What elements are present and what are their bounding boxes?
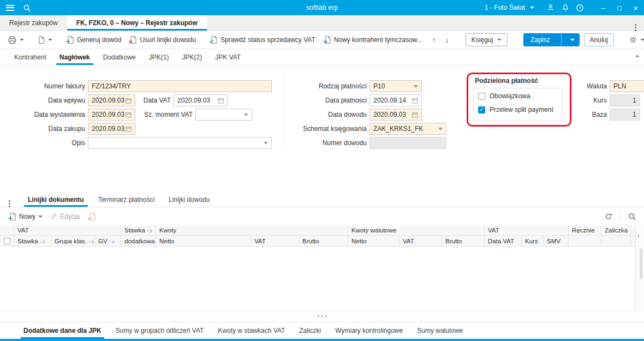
maximize-button[interactable]: □ [611, 0, 628, 15]
tab-active-document[interactable]: FK, FZKO, 0 – Nowy – Rejestr zakupów [67, 15, 207, 31]
tab-jpk-vat[interactable]: JPK VAT [208, 49, 247, 65]
column-group-kwoty[interactable]: Kwoty [156, 225, 348, 236]
new-line-button[interactable]: Nowy [5, 210, 45, 223]
vertical-scrollbar[interactable] [640, 248, 642, 279]
column-netto[interactable]: Netto [156, 236, 251, 247]
delete-document-lines-button[interactable]: Usuń linijki dowodu [126, 33, 199, 46]
new-line-label: Nowy [19, 213, 35, 220]
refresh-lines-button[interactable] [601, 210, 616, 223]
schemat-ksiegowania-select[interactable]: ZAK_KRKS1_FK [369, 123, 446, 135]
user-icon[interactable] [543, 4, 558, 11]
column-stawka-dodatkowa-top[interactable]: Stawka ↓5 [121, 225, 156, 236]
column-netto-walutowe[interactable]: Netto [348, 236, 399, 247]
rodzaj-platnosci-label: Rodzaj płatności [289, 80, 367, 92]
new-temp-contractor-button[interactable]: Nowy kontrahent tymczasow... [320, 33, 425, 46]
tab-sumy-w-grupach[interactable]: Sumy w grupach odliczeń VAT [109, 322, 211, 339]
column-group-vat[interactable]: VAT [14, 225, 121, 236]
opis-label: Opis [4, 137, 85, 149]
company-context-selector[interactable]: 1 - Foto Świat [485, 4, 534, 11]
save-button[interactable]: Zapisz [523, 33, 579, 46]
przelew-split-payment-checkbox[interactable]: Przelew split payment [478, 106, 553, 113]
data-platnosci-input[interactable]: 2020.09.14 [369, 94, 422, 106]
tab-sumy-walutowe[interactable]: Sumy walutowe [410, 322, 470, 339]
data-wplywu-input[interactable]: 2020.09.03 [88, 94, 135, 106]
numer-faktury-value: FZ/1234/TRY [92, 82, 131, 90]
chevron-down-icon [38, 216, 43, 218]
collapse-panel-icon[interactable]: ‹ [637, 232, 640, 239]
obowiazkowa-checkbox[interactable]: Obowiązkowa [478, 92, 530, 100]
column-stawka[interactable]: Stawka ↓2 [14, 236, 51, 247]
printer-icon [8, 35, 17, 45]
column-group-vat2[interactable]: VAT [485, 225, 569, 236]
settings-button[interactable] [626, 33, 644, 46]
bell-icon[interactable] [558, 4, 573, 11]
tab-linijki-dokumentu[interactable]: Linijki dokumentu [21, 192, 91, 207]
hamburger-menu-icon[interactable] [6, 5, 14, 11]
tab-wymiary-kontrolingowe[interactable]: Wymiary kontrolingowe [328, 322, 410, 339]
search-icon[interactable] [23, 4, 31, 12]
search-lines-button[interactable] [625, 210, 639, 223]
numer-faktury-input[interactable]: FZ/1234/TRY [88, 80, 272, 92]
tab-dodatkowe[interactable]: Dodatkowe [97, 49, 142, 65]
scroll-up-icon[interactable] [635, 55, 640, 57]
data-platnosci-value: 2020.09.14 [373, 97, 406, 104]
check-vat-status-button[interactable]: Sprawdź status sprzedawcy VAT [206, 33, 318, 46]
generate-document-button[interactable]: Generuj dowód [63, 33, 124, 46]
column-kurs[interactable]: Kurs [522, 236, 544, 247]
column-brutto-walutowe[interactable]: Brutto [442, 236, 485, 247]
splitter-handle[interactable] [0, 315, 644, 317]
column-data-vat[interactable]: Data VAT [485, 236, 522, 247]
select-all-cell[interactable] [0, 236, 14, 247]
post-label: Księguj [472, 36, 493, 44]
more-options-icon[interactable] [635, 20, 636, 27]
close-button[interactable]: × [628, 0, 644, 15]
column-zaliczka[interactable]: Zaliczka [601, 225, 631, 236]
column-vat[interactable]: VAT [251, 236, 299, 247]
delete-document-lines-label: Usuń linijki dowodu [140, 36, 196, 44]
data-wystawienia-input[interactable]: 2020.09.03 [88, 109, 135, 121]
select-all-checkbox[interactable] [4, 238, 10, 244]
tab-terminarz-platnosci[interactable]: Terminarz płatności [91, 192, 162, 207]
column-group-kwoty-walutowe[interactable]: Kwoty walutowe [348, 225, 485, 236]
column-grupa-klas[interactable]: Grupa klas. ↓3 [51, 236, 95, 247]
column-smv[interactable]: SMV [544, 236, 569, 247]
tab-jpk1[interactable]: JPK(1) [142, 49, 176, 65]
opis-select[interactable] [88, 137, 272, 149]
tab-kwoty-w-stawkach[interactable]: Kwoty w stawkach VAT [211, 322, 292, 339]
move-up-button[interactable]: ↑ [428, 35, 440, 44]
data-zakupu-value: 2020.09.03 [92, 125, 124, 133]
minimize-button[interactable]: – [595, 0, 611, 15]
header-form: Numer faktury FZ/1234/TRY Data wpływu 20… [0, 65, 644, 192]
data-platnosci-label: Data płatności [289, 94, 367, 106]
data-vat-input[interactable]: 2020.09.03 [174, 94, 228, 106]
help-icon[interactable]: ? [573, 4, 587, 12]
post-button[interactable]: Księguj [466, 33, 508, 46]
column-vat-walutowe[interactable]: VAT [399, 236, 442, 247]
kurs-input: 1 [610, 94, 640, 106]
column-gv[interactable]: GV ↓4 [95, 236, 121, 247]
tab-naglowek[interactable]: Nagłówek [53, 49, 97, 65]
panel-menu-icon[interactable] [9, 196, 10, 203]
tab-dodatkowe-dane-jpk[interactable]: Dodatkowe dane dla JPK [16, 322, 109, 339]
column-recznie[interactable]: Ręcznie [569, 225, 601, 236]
delete-line-icon [87, 212, 96, 221]
tab-linijki-dowodu[interactable]: Linijki dowodu [162, 192, 217, 207]
chevron-down-icon [438, 128, 443, 130]
tab-jpk2[interactable]: JPK(2) [175, 49, 208, 65]
tab-rejestr-zakupow[interactable]: Rejestr zakupów [0, 15, 67, 31]
move-down-button[interactable]: ↓ [442, 35, 453, 44]
print-button[interactable] [5, 33, 27, 47]
lines-grid-body[interactable] [0, 247, 635, 312]
waluta-select[interactable]: PLN [610, 80, 644, 92]
sz-moment-vat-select[interactable] [195, 109, 252, 121]
cancel-button[interactable]: Anuluj [584, 33, 614, 46]
data-zakupu-input[interactable]: 2020.09.03 [88, 123, 135, 135]
rodzaj-platnosci-value: P10 [373, 82, 385, 90]
data-dowodu-input[interactable]: 2020.09.03 [369, 109, 422, 121]
tab-kontrahent[interactable]: Kontrahent [8, 49, 53, 65]
rodzaj-platnosci-select[interactable]: P10 [369, 80, 422, 92]
tab-zaliczki[interactable]: Zaliczki [292, 322, 328, 339]
column-stawka-dodatkowa-bottom[interactable]: dodatkowa [121, 236, 156, 247]
new-document-button[interactable] [34, 34, 55, 46]
column-brutto[interactable]: Brutto [299, 236, 348, 247]
